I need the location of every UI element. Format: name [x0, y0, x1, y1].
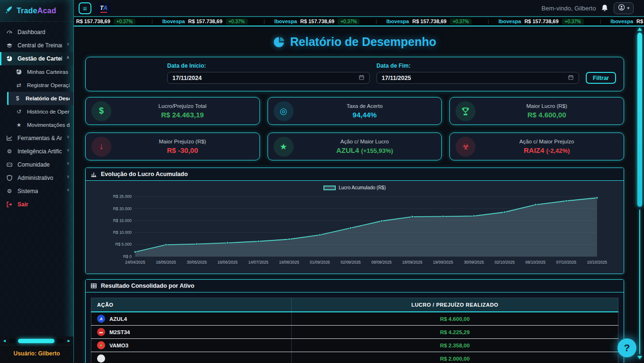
notification-bell-icon[interactable]: [600, 4, 609, 12]
star-icon: ★: [15, 122, 23, 128]
svg-text:R$ 25.000: R$ 25.000: [113, 194, 132, 199]
stat-card-acao-maior-prejuizo: ☣ Ação c/ Maior Prejuízo RAIZ4 (-2,42%): [449, 133, 624, 160]
calendar-icon[interactable]: [358, 74, 365, 82]
start-date-input[interactable]: 17/11/2024: [167, 72, 370, 84]
stat-card-acao-maior-lucro: ★ Ação c/ Maior Lucro AZUL4 (+155,93%): [268, 133, 442, 160]
market-ticker: IbovespaR$ 157.738,69+0.37%| IbovespaR$ …: [74, 16, 644, 27]
scroll-up-arrow-icon[interactable]: [637, 27, 642, 31]
scrollbar-track[interactable]: [9, 339, 64, 343]
ticker-change-badge: +0.37%: [114, 18, 135, 25]
ticker-item: IbovespaR$ 157.738,69+0.37%|: [74, 18, 153, 25]
table-row[interactable]: AAZUL4 R$ 4.600,00: [91, 312, 618, 326]
svg-text:07/10/2025: 07/10/2025: [556, 260, 576, 265]
scroll-down-arrow-icon[interactable]: [637, 356, 642, 359]
consolidated-results-table: AÇÃO LUCRO / PREJUÍZO REALIZADO AAZUL4 R…: [91, 298, 618, 363]
sidebar-horizontal-scrollbar[interactable]: ◄ ►: [0, 336, 73, 345]
svg-text:08/09/2025: 08/09/2025: [371, 260, 392, 265]
sidebar-item-central-treinamento[interactable]: Central de Treinamento ∨: [0, 39, 73, 52]
svg-text:18/09/2025: 18/09/2025: [402, 260, 422, 265]
end-date-group: Data de Fim: 17/11/2025: [376, 62, 579, 84]
table-panel-header: Resultado Consolidado por Ativo: [86, 280, 624, 292]
chart-panel: Evolução do Lucro Acumulado Lucro Acumul…: [85, 168, 624, 274]
bar-chart-icon: [90, 171, 97, 177]
sidebar-item-historico-operacoes[interactable]: ↺ Histórico de Operações: [0, 105, 73, 118]
shield-icon: [6, 175, 13, 181]
table-row[interactable]: ▬M2ST34 R$ 4.225,29: [91, 326, 618, 339]
rocket-icon: [5, 6, 13, 16]
history-icon: ↺: [15, 108, 23, 115]
start-date-label: Data de Início:: [167, 62, 370, 69]
filter-panel: Data de Início: 17/11/2024 Data de Fim: …: [85, 57, 624, 91]
svg-text:30/09/2025: 30/09/2025: [464, 260, 484, 265]
sidebar-item-inteligencia-artificial[interactable]: ⚙ Inteligência Artificial ∨: [0, 145, 73, 158]
graduation-cap-icon: [6, 42, 13, 49]
end-date-input[interactable]: 17/11/2025: [376, 72, 579, 84]
hamburger-icon: ≡: [83, 4, 87, 12]
gears-icon: ⚙: [6, 188, 13, 195]
stat-card-taxa-acerto: ◎ Taxa de Acerto 94,44%: [268, 97, 442, 125]
main-area: ≡ TA Bem-vindo, Gilberto ▾ IbovespaR$ 15…: [74, 0, 644, 363]
caret-down-icon: ▾: [627, 6, 629, 10]
filter-button[interactable]: Filtrar: [586, 72, 616, 84]
table-icon: [90, 283, 97, 289]
user-circle-icon: [618, 4, 625, 12]
svg-text:06/10/2025: 06/10/2025: [525, 260, 546, 265]
pie-chart-icon: [6, 55, 13, 62]
stat-card-maior-lucro: Maior Lucro (R$) R$ 4.600,00: [449, 97, 624, 125]
sidebar-item-sistema[interactable]: ⚙ Sistema ∨: [0, 185, 73, 198]
svg-text:R$ 10.000: R$ 10.000: [113, 230, 132, 235]
svg-text:R$ 20.000: R$ 20.000: [113, 206, 132, 211]
start-date-group: Data de Início: 17/11/2024: [167, 62, 370, 84]
stats-grid: $ Lucro/Prejuízo Total R$ 24.463,19 ◎ Ta…: [85, 97, 624, 160]
help-button[interactable]: ?: [617, 338, 636, 357]
svg-text:01/09/2025: 01/09/2025: [310, 260, 330, 265]
chart-line-icon: [6, 135, 13, 142]
exchange-arrows-icon: ⇄: [15, 82, 23, 89]
scrollbar-track[interactable]: [639, 210, 640, 354]
sidebar-item-gestao-carteira[interactable]: Gestão de Carteira ∧: [0, 52, 73, 65]
ticker-item: IbovespaR$ 157.738,69+0.37%|: [377, 18, 489, 25]
app-logo[interactable]: TradeAcad: [0, 0, 73, 22]
sidebar-item-sair[interactable]: Sair: [0, 198, 73, 211]
sidebar-item-registrar-operacao[interactable]: ⇄ Registrar Operação: [0, 79, 73, 92]
ticker-item: IbovespaR$ 157.738,69+0.37%|: [153, 18, 265, 25]
target-icon: ◎: [274, 101, 294, 121]
ticker-change-badge: +0.37%: [562, 18, 584, 25]
sidebar: TradeAcad Dashboard Central de Treinamen…: [0, 0, 74, 363]
azul4-logo-icon: A: [97, 315, 105, 323]
m2st34-logo-icon: ▬: [97, 328, 105, 336]
main-scrollbar[interactable]: [636, 27, 643, 359]
sidebar-item-movimentacoes-mercado[interactable]: ★ Movimentações do Merc: [0, 118, 73, 132]
chart-legend[interactable]: Lucro Acumulado (R$): [89, 183, 620, 191]
app-window: TradeAcad Dashboard Central de Treinamen…: [0, 0, 644, 363]
comments-icon: [6, 161, 13, 168]
dollar-icon: $: [91, 101, 111, 121]
end-date-label: Data de Fim:: [376, 62, 579, 69]
sidebar-item-administrativo[interactable]: Administrativo ∨: [0, 171, 73, 185]
table-header-row: AÇÃO LUCRO / PREJUÍZO REALIZADO: [91, 298, 618, 312]
ticker-change-badge: +0.37%: [226, 18, 248, 25]
sidebar-item-comunidade[interactable]: Comunidade ∨: [0, 158, 73, 171]
scroll-right-arrow-icon[interactable]: ►: [67, 338, 71, 343]
menu-toggle-button[interactable]: ≡: [79, 2, 91, 14]
svg-text:16/05/2025: 16/05/2025: [156, 260, 176, 265]
scrollbar-thumb[interactable]: [637, 33, 642, 207]
sidebar-item-relatorio-desempenho[interactable]: $ Relatório de Desempenho: [7, 92, 73, 105]
sidebar-item-dashboard[interactable]: Dashboard: [0, 26, 73, 39]
ticker-change-badge: +0.37%: [450, 18, 472, 25]
svg-text:30/05/2025: 30/05/2025: [187, 260, 207, 265]
chevron-down-icon: ∨: [66, 134, 70, 139]
sidebar-item-ferramentas-analise[interactable]: Ferramentas & Análise ∨: [0, 132, 73, 145]
gauge-icon: [6, 29, 13, 35]
user-menu-button[interactable]: ▾: [614, 2, 634, 14]
app-badge-logo[interactable]: TA: [96, 2, 111, 14]
topbar: ≡ TA Bem-vindo, Gilberto ▾: [74, 0, 644, 16]
sidebar-item-minhas-carteiras[interactable]: Minhas Carteiras: [0, 65, 73, 79]
calendar-icon[interactable]: [568, 74, 574, 82]
scrollbar-thumb[interactable]: [18, 339, 54, 343]
table-row[interactable]: R$ 2.000,00: [91, 352, 618, 363]
pie-chart-icon: [273, 36, 286, 48]
scroll-left-arrow-icon[interactable]: ◄: [2, 338, 7, 343]
table-row[interactable]: ●VAMO3 R$ 2.358,00: [91, 339, 618, 352]
svg-text:16/06/2025: 16/06/2025: [217, 260, 238, 265]
